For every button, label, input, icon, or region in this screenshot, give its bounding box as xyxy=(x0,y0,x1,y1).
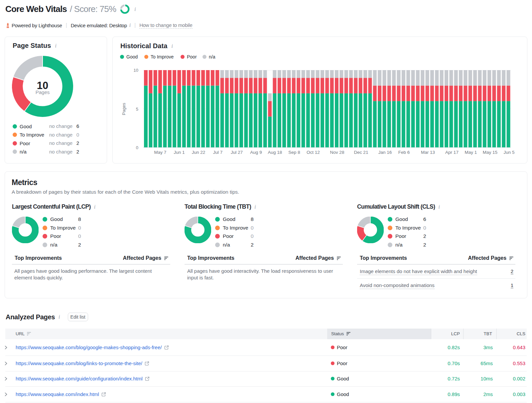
svg-text:May 15: May 15 xyxy=(483,150,497,155)
svg-text:Jun 5: Jun 5 xyxy=(503,150,514,155)
svg-text:10: 10 xyxy=(134,68,138,73)
svg-text:Apr 17: Apr 17 xyxy=(445,150,459,155)
svg-text:May 7: May 7 xyxy=(154,150,167,155)
svg-text:5: 5 xyxy=(136,107,138,112)
svg-text:Aug 9: Aug 9 xyxy=(250,150,262,155)
svg-text:Mar 13: Mar 13 xyxy=(421,150,435,155)
svg-text:Feb 6: Feb 6 xyxy=(398,150,410,155)
svg-text:Jul 27: Jul 27 xyxy=(231,150,243,155)
svg-text:Sep 8: Sep 8 xyxy=(288,150,300,155)
svg-text:Jan 16: Jan 16 xyxy=(378,150,392,155)
svg-text:Jun 1: Jun 1 xyxy=(174,150,185,155)
svg-text:Pages: Pages xyxy=(121,103,126,115)
svg-text:Dec 21: Dec 21 xyxy=(354,150,368,155)
svg-text:Jun 22: Jun 22 xyxy=(192,150,205,155)
svg-text:Jul 7: Jul 7 xyxy=(213,150,223,155)
svg-text:Aug 18: Aug 18 xyxy=(268,150,282,155)
svg-text:Nov 28: Nov 28 xyxy=(330,150,344,155)
svg-text:0: 0 xyxy=(136,145,138,150)
svg-text:Oct 12: Oct 12 xyxy=(307,150,320,155)
svg-text:May 1: May 1 xyxy=(465,150,477,155)
